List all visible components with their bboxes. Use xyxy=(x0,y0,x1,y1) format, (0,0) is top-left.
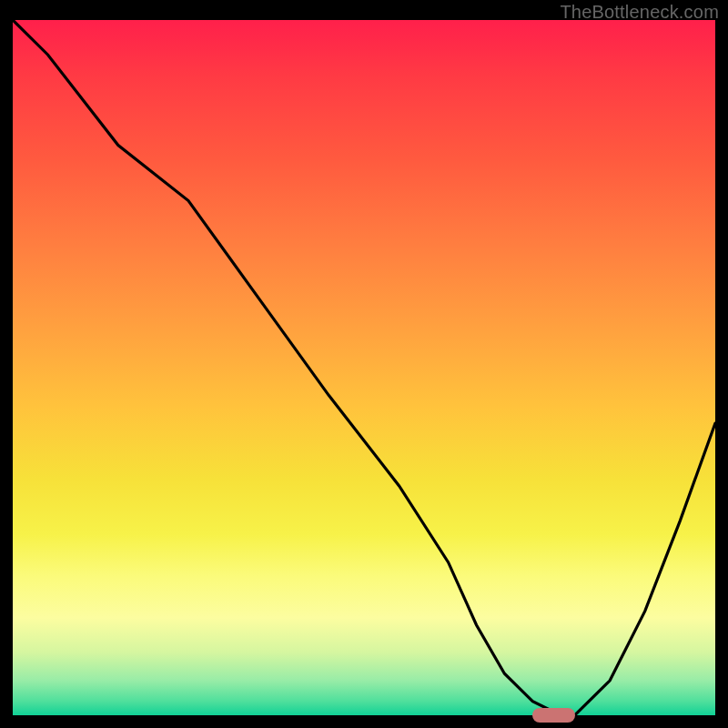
chart-frame: TheBottleneck.com xyxy=(0,0,728,728)
optimal-marker xyxy=(532,708,574,723)
watermark-text: TheBottleneck.com xyxy=(560,2,719,23)
bottleneck-curve xyxy=(13,20,715,715)
